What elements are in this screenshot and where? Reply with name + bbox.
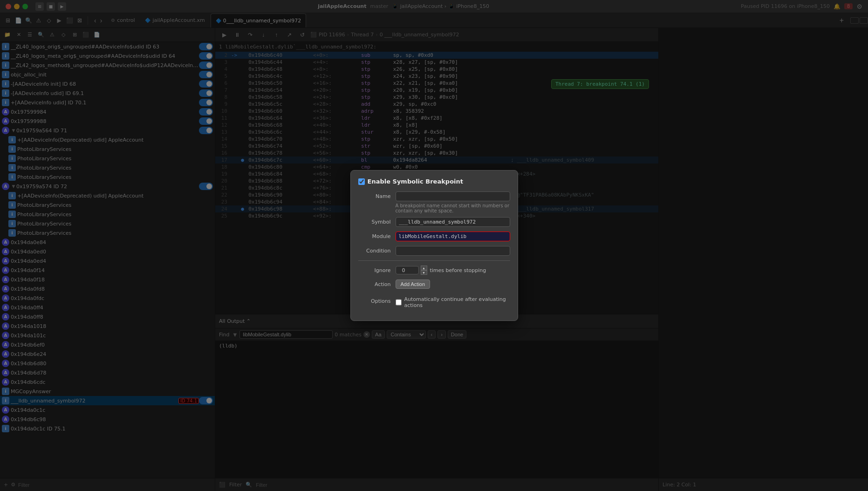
auto-continue-row: Automatically continue after evaluating … <box>396 296 510 308</box>
stepper-down[interactable]: ▼ <box>421 270 427 275</box>
modal-action-row: Action Add Action <box>358 280 510 289</box>
name-hint: A breakpoint name cannot start with numb… <box>396 203 510 213</box>
modal-symbol-row: Symbol <box>358 217 510 227</box>
modal-name-row: Name <box>358 191 510 201</box>
ignore-stepper: ▲ ▼ <box>396 266 427 275</box>
condition-label: Condition <box>358 248 391 254</box>
modal-module-row: Module <box>358 232 510 241</box>
action-label: Action <box>358 281 391 287</box>
modal-ignore-row: Ignore ▲ ▼ times before stopping <box>358 266 510 275</box>
module-input[interactable] <box>396 232 510 241</box>
ignore-count-input[interactable] <box>396 266 419 274</box>
name-label: Name <box>358 193 391 199</box>
stepper-arrows: ▲ ▼ <box>421 266 427 275</box>
modal-title: Enable Symbolic Breakpoint <box>358 178 510 185</box>
symbol-input[interactable] <box>396 217 510 227</box>
module-label: Module <box>358 233 391 239</box>
ignore-label: Ignore <box>358 267 391 273</box>
modal-overlay: Enable Symbolic Breakpoint Name A breakp… <box>0 0 868 491</box>
stepper-up[interactable]: ▲ <box>421 266 427 270</box>
condition-input[interactable] <box>396 246 510 256</box>
enable-checkbox[interactable] <box>358 178 365 185</box>
add-action-button[interactable]: Add Action <box>396 280 431 289</box>
auto-continue-label: Automatically continue after evaluating … <box>404 296 510 308</box>
modal-condition-row: Condition <box>358 246 510 256</box>
name-input[interactable] <box>396 191 510 201</box>
auto-continue-checkbox[interactable] <box>396 299 402 306</box>
ignore-suffix: times before stopping <box>430 267 486 273</box>
symbol-label: Symbol <box>358 219 391 225</box>
options-label: Options <box>358 298 391 304</box>
modal-options-row: Options Automatically continue after eva… <box>358 293 510 308</box>
symbolic-breakpoint-modal: Enable Symbolic Breakpoint Name A breakp… <box>350 170 518 321</box>
